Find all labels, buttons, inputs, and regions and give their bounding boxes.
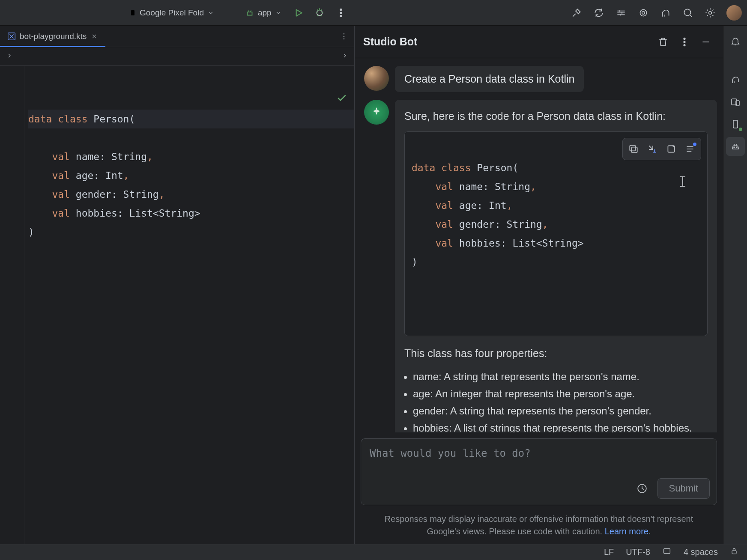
device-icon [129,9,136,16]
build-button[interactable] [567,3,586,22]
insert-at-cursor-button[interactable] [643,140,661,158]
file-encoding[interactable]: UTF-8 [626,547,650,557]
learn-more-link[interactable]: Learn more [605,527,648,536]
line-ending[interactable]: LF [604,547,614,557]
lock-icon [730,547,738,555]
main-toolbar: Google Pixel Fold app [0,0,747,26]
svg-point-12 [344,38,345,39]
profiler-button[interactable] [612,3,630,22]
editor-gutter [0,66,25,544]
chat-input[interactable] [361,439,717,474]
rect-icon [662,546,672,556]
gradle-button[interactable] [726,70,745,89]
editor-tab[interactable]: bot-playground.kts [0,26,105,47]
list-item: age: An integer that represents the pers… [413,386,708,402]
editor-pane: bot-playground.kts [0,26,355,544]
more-vertical-icon [679,36,690,48]
bot-message: Sure, here is the code for a Person data… [361,100,717,432]
status-bar: LF UTF-8 4 spaces [0,544,747,560]
editor-tab-options[interactable] [334,26,354,47]
elephant-icon [730,74,741,85]
studio-bot-rail-button[interactable] [726,137,745,156]
history-button[interactable] [633,479,651,498]
svg-point-7 [684,9,690,15]
clear-chat-button[interactable] [654,33,672,51]
property-list: name: A string that represents the perso… [413,369,708,433]
close-icon [91,33,98,40]
studio-bot-pane: Studio Bot Create a Person data class in… [355,26,723,544]
svg-rect-16 [632,147,637,153]
right-tool-rail [723,26,747,544]
copy-icon [628,143,639,155]
status-icon-1[interactable] [662,546,672,558]
inspection-ok-icon[interactable] [265,72,347,128]
code-content: data class Person( val name: String, val… [25,66,354,544]
user-avatar[interactable] [726,5,742,21]
list-item: name: A string that represents the perso… [413,369,708,384]
bot-code-block: data class Person( val name: String, val… [404,131,708,336]
more-vertical-icon [340,32,348,41]
breadcrumb-collapse[interactable] [341,52,348,61]
search-icon [682,7,693,18]
run-button[interactable] [289,3,308,22]
more-actions-button[interactable] [332,3,350,22]
breadcrumb-expand[interactable] [6,52,13,61]
clock-icon [636,483,648,494]
app-root: Google Pixel Fold app [0,0,747,560]
running-devices-button[interactable] [726,115,745,134]
sparkle-icon [370,106,383,119]
insert-cursor-icon [647,143,658,155]
code-toolbar [622,138,701,160]
svg-point-15 [684,44,685,45]
indent-setting[interactable]: 4 spaces [684,547,718,557]
chevron-down-icon [275,9,282,16]
bot-options-button[interactable] [676,33,693,51]
explain-code-button[interactable] [681,140,699,158]
sync-button[interactable] [589,3,608,22]
svg-point-6 [642,11,645,14]
bot-title: Studio Bot [363,36,417,48]
bot-conversation: Create a Person data class in Kotlin Sur… [355,58,723,432]
bell-icon [730,36,741,46]
run-config-name: app [258,8,272,18]
run-config-selector[interactable]: app [241,4,286,21]
copy-code-button[interactable] [624,140,642,158]
code-editor[interactable]: data class Person( val name: String, val… [0,66,354,544]
kotlin-file-icon [7,32,16,41]
svg-point-3 [340,12,341,13]
svg-point-2 [340,9,341,10]
svg-rect-26 [732,551,736,554]
device-selector[interactable]: Google Pixel Fold [125,4,218,21]
chevron-right-icon [341,52,348,59]
open-new-file-button[interactable] [662,140,680,158]
app-inspection-button[interactable] [634,3,653,22]
minimize-icon [700,36,711,48]
layout-inspector-button[interactable] [656,3,675,22]
chevron-right-icon [6,52,13,59]
bot-intro-text: Sure, here is the code for a Person data… [404,108,708,124]
elephant-icon [660,7,671,18]
submit-button[interactable]: Submit [657,478,710,499]
inspect-icon [638,7,649,18]
svg-rect-22 [733,120,738,128]
debug-button[interactable] [310,3,329,22]
svg-point-11 [344,36,345,37]
trash-icon [657,36,669,48]
svg-point-8 [709,11,712,14]
status-dot [739,128,742,131]
chevron-down-icon [207,9,214,16]
text-cursor-icon [682,176,683,187]
user-message: Create a Person data class in Kotlin [361,66,717,92]
search-button[interactable] [678,3,697,22]
readonly-toggle[interactable] [730,547,738,557]
bot-header: Studio Bot [355,26,723,58]
svg-rect-25 [664,549,670,554]
android-icon [245,8,254,18]
notifications-button[interactable] [726,32,745,51]
device-manager-button[interactable] [726,92,745,111]
badge-dot [693,143,696,146]
svg-point-24 [736,147,737,148]
minimize-bot-button[interactable] [697,33,714,51]
tab-close-button[interactable] [90,32,99,41]
settings-button[interactable] [701,3,720,22]
